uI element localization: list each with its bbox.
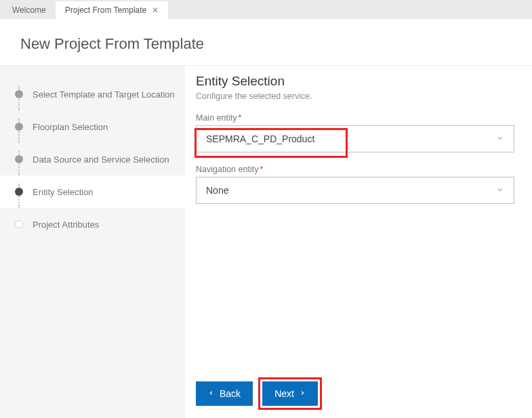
wizard-main: Entity Selection Configure the selected … bbox=[185, 66, 532, 418]
page-title: New Project From Template bbox=[0, 19, 532, 65]
tab-welcome[interactable]: Welcome bbox=[3, 1, 56, 19]
step-dot-icon bbox=[15, 123, 23, 131]
tab-project-from-template-label: Project From Template bbox=[65, 5, 147, 15]
section-title: Entity Selection bbox=[196, 74, 514, 89]
main-entity-select[interactable]: SEPMRA_C_PD_Product bbox=[196, 125, 514, 152]
step-dot-icon bbox=[15, 220, 23, 228]
wizard-body: Select Template and Target Location Floo… bbox=[0, 65, 532, 418]
step-label: Project Attributes bbox=[33, 220, 99, 230]
app-window: Welcome Project From Template ✕ New Proj… bbox=[0, 0, 532, 418]
field-navigation-entity: Navigation entity* None bbox=[196, 165, 514, 204]
navigation-entity-value: None bbox=[206, 185, 228, 196]
main-entity-label: Main entity* bbox=[196, 113, 514, 123]
step-dot-icon bbox=[15, 155, 23, 163]
chevron-right-icon bbox=[300, 388, 306, 399]
chevron-down-icon bbox=[496, 185, 504, 196]
field-main-entity: Main entity* SEPMRA_C_PD_Product bbox=[196, 113, 514, 152]
navigation-entity-select[interactable]: None bbox=[196, 177, 514, 204]
chevron-left-icon bbox=[208, 388, 214, 399]
next-button[interactable]: Next bbox=[262, 381, 318, 406]
tab-welcome-label: Welcome bbox=[12, 5, 46, 15]
step-data-source[interactable]: Data Source and Service Selection bbox=[15, 143, 176, 175]
step-dot-icon bbox=[15, 188, 23, 196]
step-dot-icon bbox=[15, 90, 23, 98]
step-select-template[interactable]: Select Template and Target Location bbox=[15, 78, 176, 110]
wizard-footer: Back Next bbox=[196, 369, 514, 406]
next-button-label: Next bbox=[274, 388, 294, 399]
step-project-attributes[interactable]: Project Attributes bbox=[15, 208, 176, 241]
main-entity-value: SEPMRA_C_PD_Product bbox=[206, 133, 314, 144]
back-button[interactable]: Back bbox=[196, 381, 253, 406]
chevron-down-icon bbox=[496, 133, 504, 144]
step-floorplan-selection[interactable]: Floorplan Selection bbox=[15, 110, 176, 143]
tabstrip: Welcome Project From Template ✕ bbox=[0, 0, 532, 19]
navigation-entity-label-text: Navigation entity bbox=[196, 165, 258, 174]
next-button-wrap: Next bbox=[262, 381, 318, 406]
close-icon[interactable]: ✕ bbox=[152, 5, 159, 15]
required-icon: * bbox=[260, 165, 263, 174]
tab-project-from-template[interactable]: Project From Template ✕ bbox=[56, 1, 169, 19]
section-subtitle: Configure the selected service. bbox=[196, 91, 514, 101]
back-button-label: Back bbox=[220, 388, 241, 399]
main-entity-label-text: Main entity bbox=[196, 113, 237, 123]
step-label: Floorplan Selection bbox=[33, 122, 108, 132]
step-label: Data Source and Service Selection bbox=[33, 154, 169, 165]
required-icon: * bbox=[238, 113, 241, 123]
navigation-entity-label: Navigation entity* bbox=[196, 165, 514, 174]
step-label: Entity Selection bbox=[33, 187, 94, 197]
step-entity-selection[interactable]: Entity Selection bbox=[0, 175, 185, 208]
wizard-steps: Select Template and Target Location Floo… bbox=[0, 66, 185, 418]
step-label: Select Template and Target Location bbox=[33, 89, 175, 100]
